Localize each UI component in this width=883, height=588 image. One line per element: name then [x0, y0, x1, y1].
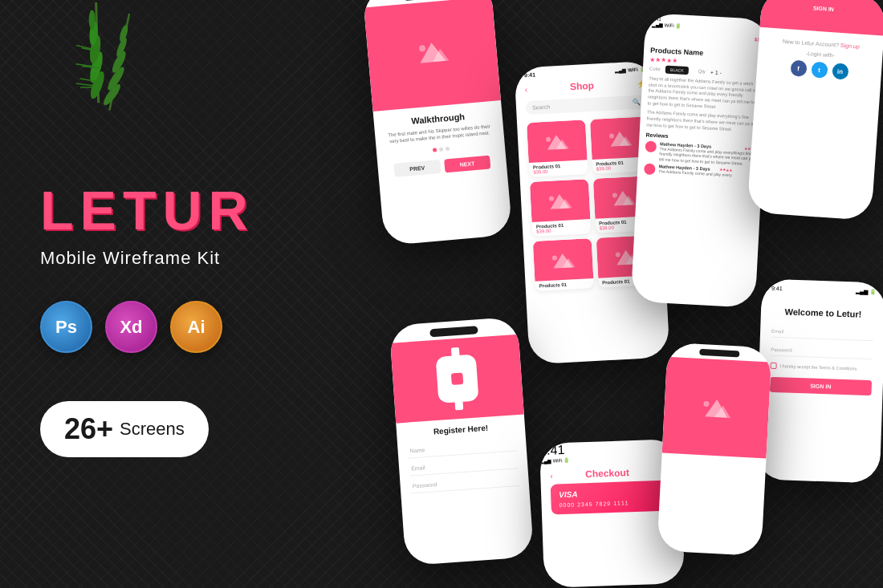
social-buttons: f t in — [766, 59, 872, 82]
signin-button[interactable]: SIGN IN — [769, 377, 872, 395]
notch — [699, 349, 739, 358]
reviewer-avatar — [644, 163, 656, 175]
register-content: Register Here! Name Email Password — [396, 414, 530, 504]
walkthrough-hero — [364, 0, 501, 112]
bottom-pink-area — [662, 357, 771, 459]
screens-label: Screens — [120, 419, 185, 440]
signin-main-button[interactable]: SIGN IN — [771, 0, 877, 19]
email-input[interactable]: Email — [771, 326, 873, 341]
progress-dots — [385, 143, 497, 156]
qty-label: Qty — [698, 69, 706, 74]
product-detail-content: Products Name ★★★★★ Color BLACK Qty + 1 … — [637, 39, 768, 189]
mountain-icon — [415, 38, 450, 70]
product-description-1: They're all together the Addams Family s… — [647, 76, 760, 113]
product-card-5[interactable]: Products 01 — [533, 238, 594, 291]
next-button[interactable]: NEXT — [444, 155, 491, 172]
prev-button[interactable]: PREV — [393, 160, 441, 177]
visa-card: VISA 0000 2345 7829 1111 — [551, 480, 673, 514]
phone-welcome: 9:41 ▂▄▆ 🔋 Welcome to Letur! Email Passw… — [755, 278, 883, 483]
terms-text: I hereby accept the Terms & Conditions — [780, 363, 857, 371]
reviews-section: Reviews Mathew Hayden - 3 Days ★★★★ The … — [644, 132, 758, 180]
product-info: Products 01 $39.00 — [532, 219, 591, 237]
product-description-2: The Addams Family come and play everythi… — [646, 110, 759, 134]
shop-title: Shop — [527, 78, 637, 95]
facebook-button[interactable]: f — [790, 60, 807, 77]
svg-point-33 — [612, 193, 617, 197]
brand-name: LETUR — [40, 179, 313, 241]
twitter-button[interactable]: t — [811, 61, 828, 78]
svg-rect-40 — [450, 372, 464, 386]
walkthrough-content: Walkthrough The first mate and his Skipp… — [373, 100, 507, 185]
svg-point-39 — [615, 252, 620, 257]
signup-link[interactable]: Sign up — [840, 43, 860, 50]
svg-point-36 — [552, 255, 557, 260]
product-image — [527, 120, 587, 163]
terms-row: I hereby accept the Terms & Conditions — [770, 363, 872, 372]
search-placeholder: Search — [532, 104, 551, 111]
linkedin-button[interactable]: in — [832, 63, 848, 79]
product-card-3[interactable]: Products 01 $39.00 — [530, 179, 591, 237]
phone-signin: SIGN IN New to Letur Account? Sign up -L… — [747, 0, 883, 221]
phone-bottom-right-partial — [657, 343, 771, 556]
product-card-1[interactable]: Products 01 $39.00 — [527, 120, 588, 177]
phone-register: Register Here! Name Email Password — [389, 317, 535, 566]
svg-point-21 — [419, 45, 426, 52]
dot-1 — [432, 148, 436, 152]
watch-display-area — [390, 335, 524, 424]
phone-walkthrough: Walkthrough The first mate and his Skipp… — [362, 0, 512, 245]
svg-point-27 — [609, 133, 614, 138]
signin-content: New to Letur Account? Sign up -Login wit… — [756, 27, 883, 92]
photoshop-badge: Ps — [40, 301, 92, 353]
left-panel: LETUR Mobile Wireframe Kit Ps Xd Ai 26+ … — [0, 0, 313, 588]
brand-subtitle: Mobile Wireframe Kit — [40, 248, 313, 269]
product-info: Products 01 $39.00 — [529, 160, 588, 177]
password-field[interactable]: Password — [409, 472, 519, 493]
time: 9:41 — [524, 71, 535, 78]
terms-checkbox[interactable] — [770, 363, 776, 369]
phones-area: Walkthrough The first mate and his Skipp… — [313, 0, 883, 588]
welcome-title: Welcome to Letur! — [772, 306, 874, 319]
qty-control[interactable]: + 1 - — [710, 69, 722, 75]
visa-label: VISA — [559, 487, 664, 500]
search-icon: 🔍 — [633, 99, 641, 107]
product-image — [533, 238, 593, 282]
password-input[interactable]: Password — [771, 344, 873, 359]
screens-count: 26+ — [64, 412, 113, 446]
svg-point-24 — [546, 137, 551, 142]
reviewer-avatar — [645, 140, 657, 152]
color-black-btn[interactable]: BLACK — [665, 66, 689, 75]
color-label: Color — [649, 67, 661, 72]
phone-product-detail: 9:41 ▂▄▆ WiFi 🔋 $39 Products Name ★★★★★ … — [631, 13, 771, 308]
watch-icon — [436, 355, 479, 403]
card-number: 0000 2345 7829 1111 — [559, 499, 664, 509]
notch — [429, 326, 478, 337]
time: 9:41 — [539, 443, 565, 457]
product-info: Products 01 — [535, 278, 593, 291]
tool-badges: Ps Xd Ai — [40, 301, 313, 353]
xd-badge: Xd — [105, 301, 157, 353]
dot-3 — [445, 147, 449, 151]
nav-buttons: PREV NEXT — [385, 154, 498, 177]
checkout-title: Checkout — [552, 466, 661, 481]
svg-point-43 — [703, 400, 709, 406]
screens-count-badge: 26+ Screens — [40, 401, 209, 457]
svg-point-30 — [549, 196, 554, 201]
review-item-1: Mathew Hayden - 3 Days ★★★★ The Addams F… — [645, 140, 757, 167]
register-title: Register Here! — [406, 421, 515, 437]
product-image — [530, 179, 590, 222]
status-icons: ▂▄▆ WiFi 🔋 — [615, 66, 645, 73]
illustrator-badge: Ai — [170, 301, 222, 353]
welcome-content: Welcome to Letur! Email Password I hereb… — [758, 294, 883, 407]
dot-2 — [438, 147, 442, 151]
